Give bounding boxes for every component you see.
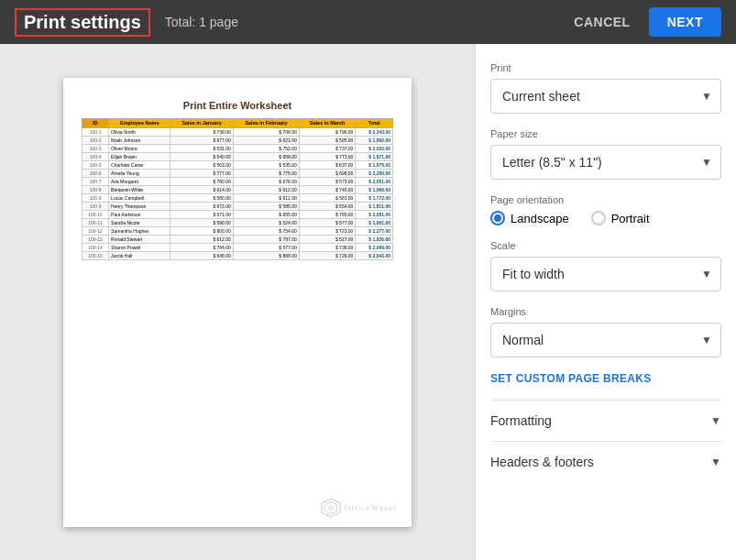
table-cell: $ 524.00 <box>233 218 299 226</box>
margins-select[interactable]: Normal Narrow Wide Custom <box>490 323 721 357</box>
table-cell: $ 535.00 <box>233 160 299 169</box>
table-cell: $ 773.00 <box>299 152 356 160</box>
table-cell: Lucas Campbell <box>109 193 170 202</box>
landscape-radio[interactable] <box>490 211 505 225</box>
table-cell: Benjamin White <box>109 185 170 193</box>
portrait-option[interactable]: Portrait <box>591 211 650 225</box>
spreadsheet-table: ID Employee Name Sales in January Sales … <box>82 118 393 260</box>
table-cell: Olivia Smith <box>109 127 170 136</box>
table-cell: $ 540.00 <box>170 152 234 160</box>
table-cell: 100-7 <box>82 177 109 185</box>
table-cell: $ 2,081.00 <box>356 210 393 218</box>
portrait-label: Portrait <box>611 212 650 225</box>
table-cell: $ 796.00 <box>299 127 356 136</box>
next-button[interactable]: NEXT <box>649 7 721 37</box>
table-cell: $ 611.00 <box>233 193 299 202</box>
landscape-label: Landscape <box>511 212 569 225</box>
table-cell: 100-9 <box>82 202 109 210</box>
page-title: Print settings <box>15 8 150 37</box>
table-cell: $ 738.00 <box>299 243 356 251</box>
table-cell: $ 585.00 <box>233 202 299 210</box>
scale-select[interactable]: Fit to width Normal (100%) Fit to height… <box>490 257 721 291</box>
table-cell: $ 1,892.00 <box>356 136 393 144</box>
table-row: 100-10Paul Anderson$ 671.00$ 655.00$ 765… <box>82 210 393 218</box>
table-cell: $ 726.00 <box>299 251 356 259</box>
table-cell: 100-11 <box>82 218 109 226</box>
col-header-jan: Sales in January <box>170 118 234 127</box>
orientation-label: Page orientation <box>490 194 721 205</box>
table-cell: 100-14 <box>82 243 109 251</box>
table-cell: $ 577.00 <box>299 218 356 226</box>
table-row: 100-13Ronald Stewart$ 612.00$ 787.00$ 52… <box>82 235 393 243</box>
table-cell: $ 765.00 <box>299 210 356 218</box>
col-header-feb: Sales in February <box>233 118 299 127</box>
table-cell: $ 1,811.00 <box>356 202 393 210</box>
table-cell: $ 581.00 <box>299 193 356 202</box>
col-header-name: Employee Name <box>109 118 170 127</box>
table-cell: $ 723.00 <box>299 226 356 235</box>
paper-size-select[interactable]: Letter (8.5" x 11") A4 Legal <box>490 145 721 180</box>
custom-breaks-link[interactable]: SET CUSTOM PAGE BREAKS <box>490 372 721 385</box>
table-cell: $ 677.00 <box>170 136 234 144</box>
table-cell: $ 612.00 <box>170 235 234 243</box>
table-cell: $ 868.00 <box>233 251 299 259</box>
table-cell: 100-15 <box>82 251 109 259</box>
headers-footers-section[interactable]: Headers & footers ▼ <box>490 441 721 482</box>
table-cell: $ 2,243.00 <box>356 127 393 136</box>
landscape-option[interactable]: Landscape <box>490 211 569 225</box>
table-cell: $ 503.00 <box>170 160 234 169</box>
table-cell: $ 637.00 <box>299 160 356 169</box>
table-cell: 100-1 <box>82 127 109 136</box>
table-row: 100-9Lucas Campbell$ 580.00$ 611.00$ 581… <box>82 193 393 202</box>
table-cell: 100-4 <box>82 152 109 160</box>
cancel-button[interactable]: CANCEL <box>563 9 641 35</box>
table-cell: $ 1,661.00 <box>356 218 393 226</box>
table-cell: $ 531.00 <box>170 144 234 152</box>
margins-label: Margins <box>490 306 721 317</box>
table-cell: Sharon Powell <box>109 243 170 251</box>
table-cell: Charlotte Carter <box>109 160 170 169</box>
scale-label: Scale <box>490 240 721 251</box>
table-cell: $ 1,772.00 <box>356 193 393 202</box>
table-cell: Henry Thompson <box>109 202 170 210</box>
table-cell: 100-9 <box>82 193 109 202</box>
table-cell: $ 614.00 <box>170 185 234 193</box>
table-row: 100-2Noah Johnson$ 677.00$ 821.00$ 595.0… <box>82 136 393 144</box>
page-preview: Print Entire Worksheet ID Employee Name … <box>63 78 412 527</box>
table-cell: Amelia Young <box>109 169 170 177</box>
formatting-section[interactable]: Formatting ▼ <box>490 400 721 441</box>
settings-pane: Print Current sheet Entire workbook Sele… <box>475 44 736 560</box>
table-cell: $ 2,020.00 <box>356 144 393 152</box>
table-cell: $ 672.00 <box>170 202 234 210</box>
table-cell: $ 784.00 <box>170 243 234 251</box>
table-row: 100-12Samantha Hughes$ 800.00$ 754.00$ 7… <box>82 226 393 235</box>
table-row: 100-14Sharon Powell$ 784.00$ 577.00$ 738… <box>82 243 393 251</box>
table-cell: $ 554.00 <box>299 202 356 210</box>
table-row: 100-4Elijah Brown$ 540.00$ 658.00$ 773.0… <box>82 152 393 160</box>
col-header-id: ID <box>82 118 109 127</box>
header: Print settings Total: 1 page CANCEL NEXT <box>0 0 736 44</box>
print-select[interactable]: Current sheet Entire workbook Selected c… <box>490 79 721 114</box>
table-cell: $ 1,826.00 <box>356 235 393 243</box>
table-cell: 100-13 <box>82 235 109 243</box>
table-cell: 100-5 <box>82 160 109 169</box>
worksheet-title: Print Entire Worksheet <box>183 100 291 111</box>
table-cell: $ 2,277.00 <box>356 226 393 235</box>
orientation-group: Landscape Portrait <box>490 211 721 225</box>
table-cell: Elijah Brown <box>109 152 170 160</box>
total-pages-label: Total: 1 page <box>165 15 564 29</box>
table-cell: Samantha Hughes <box>109 226 170 235</box>
table-row: 100-11Sandra Nicole$ 590.00$ 524.00$ 577… <box>82 218 393 226</box>
table-cell: $ 2,051.00 <box>356 177 393 185</box>
table-cell: $ 2,099.00 <box>356 243 393 251</box>
portrait-radio[interactable] <box>591 211 606 225</box>
headers-footers-label: Headers & footers <box>490 455 594 469</box>
headers-footers-chevron-icon: ▼ <box>710 456 721 468</box>
officewheel-icon <box>321 498 341 518</box>
table-row: 100-6Amelia Young$ 777.00$ 775.00$ 698.0… <box>82 169 393 177</box>
table-cell: $ 739.00 <box>170 127 234 136</box>
table-cell: $ 590.00 <box>170 218 234 226</box>
table-cell: $ 752.00 <box>233 144 299 152</box>
paper-size-label: Paper size <box>490 128 721 139</box>
table-cell: Ava Margaret <box>109 177 170 185</box>
